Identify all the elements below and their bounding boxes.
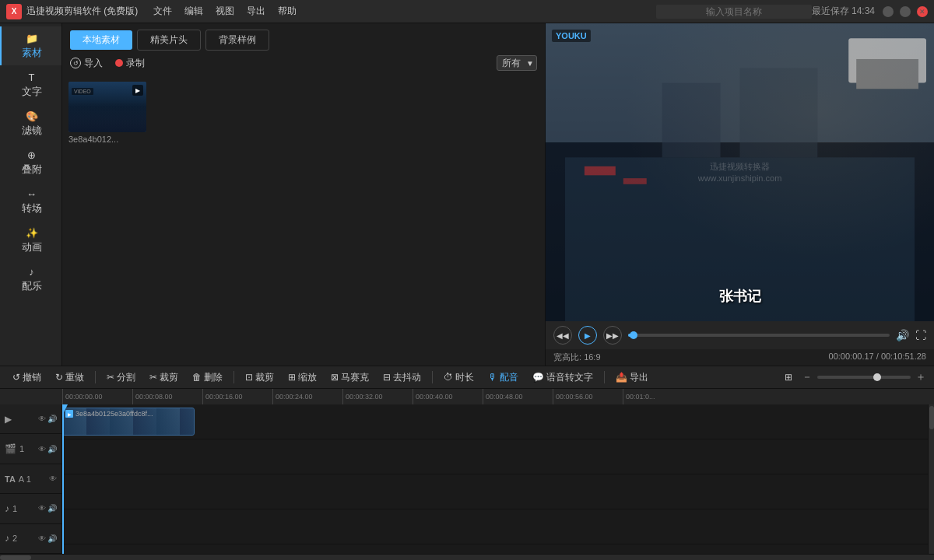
progress-bar[interactable] [628, 334, 890, 337]
aspect-ratio: 宽高比: 16:9 [553, 352, 601, 363]
sidebar-item-filter[interactable]: 🎨 滤镜 [0, 104, 61, 143]
video-1-label: 🎬 1 👁 🔊 [0, 434, 61, 464]
vertical-scrollbar[interactable] [928, 404, 934, 554]
zoom-thumb[interactable] [873, 373, 881, 381]
tab-local-media[interactable]: 本地素材 [70, 30, 132, 50]
import-label: 导入 [84, 57, 103, 70]
titlebar: X 迅捷视频剪辑软件 (免费版) 文件 编辑 视图 导出 帮助 最近保存 14:… [0, 0, 934, 23]
crop-button[interactable]: ⊡ 裁剪 [241, 369, 279, 386]
main-eye-icon[interactable]: 👁 [38, 415, 46, 423]
sidebar-item-animation[interactable]: ✨ 动画 [0, 221, 61, 260]
redo-button[interactable]: ↻ 重做 [51, 369, 89, 386]
main-volume-icon[interactable]: 🔊 [47, 415, 57, 423]
overlay-icon: ⊕ [27, 149, 36, 161]
sidebar-filter-label: 滤镜 [22, 124, 42, 138]
video-clip[interactable]: ▶ 3e8a4b0125e3a0ffdc8f... [62, 408, 195, 436]
menu-export[interactable]: 导出 [247, 5, 265, 18]
sidebar-item-transition[interactable]: ↔ 转场 [0, 182, 61, 221]
volume-icon[interactable]: 🔊 [896, 329, 909, 341]
v1-volume-icon[interactable]: 🔊 [47, 445, 57, 453]
content-panel: 本地素材 精美片头 背景样例 ↺ 导入 录制 所有 ▼ [62, 23, 545, 366]
text-1-text: A 1 [19, 474, 31, 484]
sidebar-item-overlay[interactable]: ⊕ 叠附 [0, 143, 61, 182]
v1-eye-icon[interactable]: 👁 [38, 445, 46, 453]
media-item[interactable]: VIDEO ▶ 3e8a4b012... [68, 82, 146, 144]
sticker-button[interactable]: ⊟ 去抖动 [378, 369, 426, 386]
main-video-track: ▶ 3e8a4b0125e3a0ffdc8f... [62, 404, 928, 439]
play-icon: ▶ [132, 85, 143, 96]
timeline-ruler: 00:00:00.00 00:00:08.00 00:00:16.00 00:0… [0, 389, 934, 404]
maximize-button[interactable]: □ [900, 6, 911, 17]
edit-toolbar: ↺ 撤销 ↻ 重做 ✂ 分割 ✂ 裁剪 🗑 删除 ⊡ 裁剪 ⊞ 缩放 ⊠ 马赛克… [0, 366, 934, 389]
svg-rect-7 [662, 83, 721, 158]
menu-view[interactable]: 视图 [216, 5, 234, 18]
sidebar-item-media[interactable]: 📁 素材 [0, 26, 61, 65]
cut-button[interactable]: ✂ 裁剪 [145, 369, 183, 386]
zoom-button[interactable]: ⊞ 缩放 [283, 369, 321, 386]
music-1-label: ♪ 1 👁 🔊 [0, 494, 61, 523]
svg-rect-3 [856, 59, 918, 89]
horizontal-scrollbar[interactable] [0, 554, 934, 560]
filter-icon: 🎨 [26, 110, 38, 122]
voiceover-button[interactable]: 🎙 配音 [483, 369, 523, 386]
fullscreen-icon[interactable]: ⛶ [915, 329, 926, 341]
delete-button[interactable]: 🗑 删除 [188, 369, 227, 386]
fit-button[interactable]: ⊞ [780, 370, 797, 384]
duration-button[interactable]: ⏱ 时长 [439, 369, 479, 386]
play-button[interactable]: ▶ [578, 326, 597, 345]
zoom-out-button[interactable]: － [802, 370, 813, 384]
sidebar-overlay-label: 叠附 [22, 163, 42, 177]
zoom-slider[interactable] [817, 376, 911, 379]
split-button[interactable]: ✂ 分割 [102, 369, 140, 386]
svg-rect-5 [585, 166, 616, 175]
freeze-button[interactable]: ⊠ 马赛克 [326, 369, 374, 386]
text-1-icon: TA [5, 474, 16, 484]
import-button[interactable]: ↺ 导入 [70, 57, 103, 70]
progress-thumb[interactable] [630, 331, 637, 339]
next-frame-button[interactable]: ▶▶ [603, 326, 622, 345]
clip-name: 3e8a4b0125e3a0ffdc8f... [75, 410, 153, 418]
media-item-name: 3e8a4b012... [68, 135, 146, 144]
svg-rect-8 [740, 68, 818, 157]
time-mark-8: 00:01:0... [623, 389, 693, 404]
menu-file[interactable]: 文件 [153, 5, 172, 18]
svg-rect-6 [623, 178, 647, 184]
menu-edit[interactable]: 编辑 [184, 5, 203, 18]
media-thumbnail: VIDEO ▶ [68, 82, 146, 132]
time-mark-6: 00:00:48.00 [483, 389, 553, 404]
m1-volume-icon[interactable]: 🔊 [47, 504, 57, 513]
m1-eye-icon[interactable]: 👁 [38, 504, 46, 513]
close-button[interactable]: ✕ [917, 6, 928, 17]
video-scene: YOUKU 迅捷视频转换器 www.xunjinshipin.com 张书记 [546, 23, 934, 321]
scrollbar-v-thumb[interactable] [929, 406, 934, 429]
title-input[interactable] [656, 5, 812, 19]
menu-help[interactable]: 帮助 [278, 5, 297, 18]
export-button[interactable]: 📤 导出 [611, 369, 653, 386]
zoom-in-button[interactable]: ＋ [915, 370, 926, 384]
playhead[interactable] [62, 404, 64, 554]
record-button[interactable]: 录制 [115, 57, 145, 70]
m2-volume-icon[interactable]: 🔊 [47, 534, 57, 543]
preview-info: 宽高比: 16:9 00:00:00.17 / 00:10:51.28 [546, 349, 934, 366]
sidebar-item-music[interactable]: ♪ 配乐 [0, 260, 61, 299]
music-1-text: 1 [12, 504, 17, 513]
import-icon: ↺ [70, 58, 81, 68]
sidebar-music-label: 配乐 [22, 279, 42, 293]
filter-select[interactable]: 所有 [497, 55, 537, 71]
preview-controls: ◀◀ ▶ ▶▶ 🔊 ⛶ [546, 321, 934, 349]
sidebar-transition-label: 转场 [22, 201, 42, 215]
sidebar-item-text[interactable]: T 文字 [0, 65, 61, 104]
music-2-icon: ♪ [5, 533, 9, 544]
speech-button[interactable]: 💬 语音转文字 [528, 369, 598, 386]
minimize-button[interactable]: ─ [883, 6, 894, 17]
undo-button[interactable]: ↺ 撤销 [8, 369, 46, 386]
m2-eye-icon[interactable]: 👁 [38, 534, 46, 543]
tab-background[interactable]: 背景样例 [205, 30, 269, 51]
main-video-icon: ▶ [5, 414, 12, 425]
prev-frame-button[interactable]: ◀◀ [553, 326, 572, 345]
scrollbar-h-thumb[interactable] [0, 555, 31, 560]
text-1-label: TA A 1 👁 [0, 464, 61, 494]
t1-eye-icon[interactable]: 👁 [49, 474, 57, 483]
separator-2 [234, 371, 234, 383]
tab-featured-header[interactable]: 精美片头 [137, 30, 201, 51]
